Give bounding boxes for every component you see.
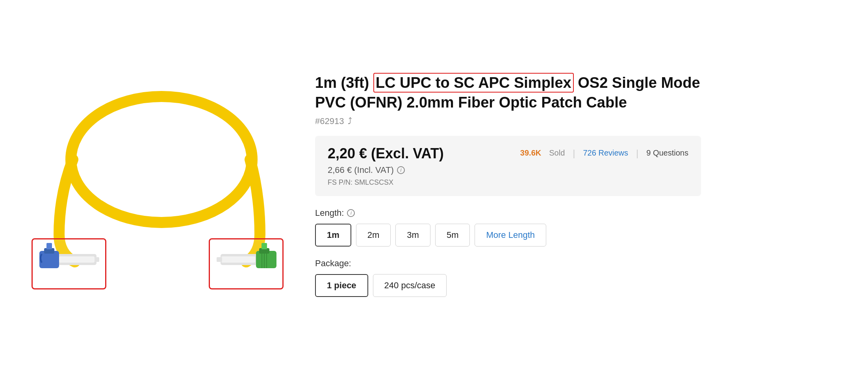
price-incl: 2,66 € (Incl. VAT) i	[328, 165, 444, 175]
length-label: Length: i	[315, 208, 701, 218]
product-title: 1m (3ft) LC UPC to SC APC Simplex OS2 Si…	[315, 73, 701, 112]
package-options: 1 piece 240 pcs/case	[315, 274, 701, 297]
length-option-5m[interactable]: 5m	[435, 224, 470, 247]
cable-image	[28, 69, 287, 313]
reviews-label: Reviews	[598, 148, 628, 157]
page-container: 1m (3ft) LC UPC to SC APC Simplex OS2 Si…	[0, 0, 868, 382]
length-section: Length: i 1m 2m 3m 5m More Length	[315, 208, 701, 247]
connector-highlight-left	[32, 238, 106, 289]
price-excl: 2,20 € (Excl. VAT)	[328, 145, 444, 162]
share-icon[interactable]: ⤴	[348, 116, 352, 126]
package-option-1piece[interactable]: 1 piece	[315, 274, 368, 297]
length-option-1m[interactable]: 1m	[315, 224, 351, 247]
product-info-section: 1m (3ft) LC UPC to SC APC Simplex OS2 Si…	[291, 61, 725, 321]
sold-count: 39.6K	[520, 148, 541, 158]
sold-label: Sold	[549, 148, 565, 158]
vat-info-icon[interactable]: i	[397, 166, 405, 174]
fs-pn: FS P/N: SMLCSCSX	[328, 178, 444, 187]
svg-point-0	[71, 96, 252, 223]
price-left: 2,20 € (Excl. VAT) 2,66 € (Incl. VAT) i …	[328, 145, 444, 187]
price-box: 2,20 € (Excl. VAT) 2,66 € (Incl. VAT) i …	[315, 136, 701, 196]
price-incl-value: 2,66 € (Incl. VAT)	[328, 165, 394, 175]
questions-count: 9	[646, 148, 651, 157]
package-option-240pcs[interactable]: 240 pcs/case	[373, 274, 447, 297]
product-meta: #62913 ⤴	[315, 116, 701, 126]
connector-highlight-right	[209, 238, 284, 289]
package-label: Package:	[315, 258, 701, 269]
more-length-button[interactable]: More Length	[475, 224, 546, 247]
package-label-text: Package:	[315, 258, 351, 269]
divider-2: |	[636, 148, 638, 159]
length-info-icon[interactable]: i	[347, 209, 355, 217]
package-section: Package: 1 piece 240 pcs/case	[315, 258, 701, 297]
title-before: 1m (3ft)	[315, 74, 369, 91]
fs-pn-value: SMLCSCSX	[354, 178, 393, 186]
divider-1: |	[573, 148, 575, 159]
questions-label: Questions	[653, 148, 688, 157]
product-id: #62913	[315, 116, 344, 126]
length-options: 1m 2m 3m 5m More Length	[315, 224, 701, 247]
product-image-section	[24, 53, 291, 329]
title-highlighted: LC UPC to SC APC Simplex	[373, 73, 574, 93]
length-label-text: Length:	[315, 208, 344, 218]
reviews-count: 726	[583, 148, 596, 157]
price-right: 39.6K Sold | 726 Reviews | 9 Questions	[520, 145, 688, 159]
questions-text: 9 Questions	[646, 148, 688, 158]
length-option-2m[interactable]: 2m	[356, 224, 391, 247]
reviews-link[interactable]: 726 Reviews	[583, 148, 629, 158]
fs-pn-label: FS P/N:	[328, 178, 352, 186]
length-option-3m[interactable]: 3m	[395, 224, 430, 247]
